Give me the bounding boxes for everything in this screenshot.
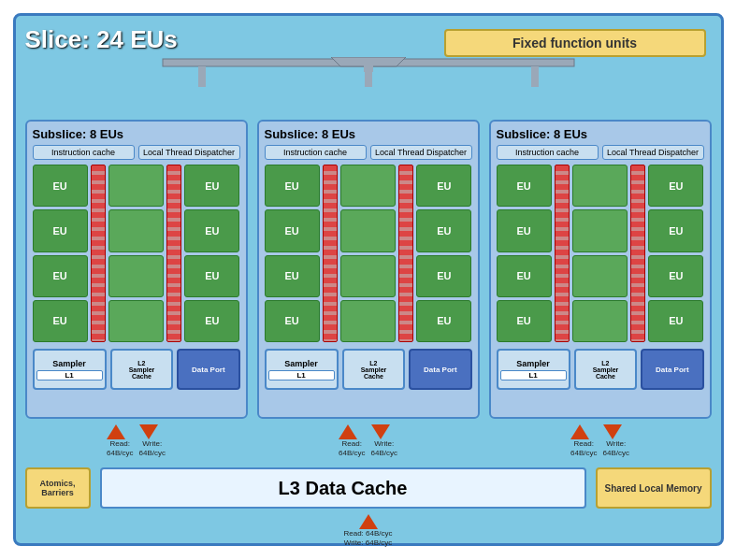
eu-interconnect-right-3 xyxy=(630,165,645,342)
data-port-1: Data Port xyxy=(177,349,239,390)
arrow-group-1: Read: 64B/cyc Write: 64B/cyc xyxy=(25,424,248,459)
arrow-group-2: Read: 64B/cyc Write: 64B/cyc xyxy=(257,424,480,459)
local-thread-3: Local Thread Dispatcher xyxy=(602,145,704,160)
eu-2-9: EU xyxy=(416,165,471,207)
svg-rect-5 xyxy=(364,65,373,72)
eu-2-7 xyxy=(340,255,396,297)
eu-interconnect-right-1 xyxy=(166,165,181,342)
eu-3-8 xyxy=(572,300,628,342)
write-label-3: Write: 64B/cyc xyxy=(603,439,629,459)
eu-3-6 xyxy=(572,209,628,251)
arrow-up-1 xyxy=(107,424,125,439)
subslice-3-bottom: Sampler L1 L2 Sampler Cache Data Port xyxy=(497,347,704,392)
eu-2-2: EU xyxy=(265,209,320,251)
instruction-cache-3: Instruction cache xyxy=(497,145,599,160)
subslice-1-bottom: Sampler L1 L2 Sampler Cache Data Port xyxy=(33,347,240,392)
fixed-function-bar: Fixed function units xyxy=(444,29,706,57)
eu-grid-1: EU EU EU EU EU EU EU EU xyxy=(33,165,240,342)
arrow-down-3 xyxy=(603,424,622,439)
eu-grid-2: EU EU EU EU EU EU EU EU xyxy=(265,165,472,342)
atomics-box: Atomics, Barriers xyxy=(25,467,91,509)
instruction-cache-1: Instruction cache xyxy=(33,145,135,160)
arrow-down-1 xyxy=(139,424,158,439)
eu-2-3: EU xyxy=(265,255,320,297)
arrow-down-2 xyxy=(371,424,390,439)
eu-col-left-2: EU EU EU EU xyxy=(265,165,320,342)
sampler-l1-label-1: L1 xyxy=(36,370,103,381)
top-connector-area xyxy=(88,57,649,91)
eu-3-5 xyxy=(572,165,628,207)
eu-2-10: EU xyxy=(416,209,471,251)
sampler-3: Sampler L1 xyxy=(497,349,570,390)
bottom-read-label: Read: 64B/cyc xyxy=(343,529,392,538)
eu-2-12: EU xyxy=(416,300,471,342)
arrow-down-group-2: Write: 64B/cyc xyxy=(371,424,397,459)
subslice-3-title: Subslice: 8 EUs xyxy=(497,127,704,141)
eu-2-8 xyxy=(340,300,396,342)
sampler-label-1: Sampler xyxy=(36,359,103,368)
arrow-up-3 xyxy=(570,424,589,439)
l2-sampler-3: L2 Sampler Cache xyxy=(574,349,637,390)
subslice-1-title: Subslice: 8 EUs xyxy=(33,127,240,141)
eu-2-11: EU xyxy=(416,255,471,297)
subslice-2-bottom: Sampler L1 L2 Sampler Cache Data Port xyxy=(265,347,472,392)
svg-rect-1 xyxy=(198,66,206,87)
eu-3-2: EU xyxy=(497,209,552,251)
read-label-2: Read: 64B/cyc xyxy=(339,439,365,459)
local-thread-1: Local Thread Dispatcher xyxy=(138,145,240,160)
eu-1-11: EU xyxy=(184,255,239,297)
write-label-1: Write: 64B/cyc xyxy=(139,439,166,459)
local-thread-2: Local Thread Dispatcher xyxy=(370,145,472,160)
subslice-2: Subslice: 8 EUs Instruction cache Local … xyxy=(257,120,480,419)
sampler-l1-label-2: L1 xyxy=(268,370,335,381)
svg-rect-3 xyxy=(531,66,539,87)
eu-interconnect-left-1 xyxy=(91,165,106,342)
eu-interconnect-left-2 xyxy=(323,165,338,342)
sampler-l1-label-3: L1 xyxy=(500,370,567,381)
eu-1-3: EU xyxy=(33,255,88,297)
eu-interconnect-left-3 xyxy=(555,165,570,342)
eu-1-9: EU xyxy=(184,165,239,207)
eu-3-12: EU xyxy=(648,300,703,342)
eu-1-2: EU xyxy=(33,209,88,251)
eu-1-7 xyxy=(108,255,164,297)
eu-1-1: EU xyxy=(33,165,88,207)
eu-3-1: EU xyxy=(497,165,552,207)
sampler-2: Sampler L1 xyxy=(265,349,339,390)
subslice-3-header: Instruction cache Local Thread Dispatche… xyxy=(497,145,704,160)
data-port-2: Data Port xyxy=(409,349,471,390)
subslice-1: Subslice: 8 EUs Instruction cache Local … xyxy=(25,120,248,419)
eu-3-11: EU xyxy=(648,255,703,297)
shared-memory-box: Shared Local Memory xyxy=(596,467,712,509)
eu-grid-3: EU EU EU EU EU EU EU EU xyxy=(497,165,704,342)
subslice-1-header: Instruction cache Local Thread Dispatche… xyxy=(33,145,240,160)
eu-col-right-1: EU EU EU EU xyxy=(184,165,239,342)
eu-1-8 xyxy=(108,300,164,342)
eu-1-6 xyxy=(108,209,164,251)
arrow-up-group-2: Read: 64B/cyc xyxy=(339,424,365,459)
eu-col-left-3: EU EU EU EU xyxy=(497,165,552,342)
arrow-group-3: Read: 64B/cyc Write: 64B/cyc xyxy=(489,424,712,459)
eu-2-1: EU xyxy=(265,165,320,207)
arrow-up-2 xyxy=(339,424,357,439)
eu-1-4: EU xyxy=(33,300,88,342)
subslices-row: Subslice: 8 EUs Instruction cache Local … xyxy=(25,120,712,419)
eu-3-10: EU xyxy=(648,209,703,251)
eu-3-4: EU xyxy=(497,300,552,342)
bottom-write-label: Write: 64B/cyc xyxy=(343,538,392,548)
connector-svg xyxy=(88,57,649,91)
sampler-label-2: Sampler xyxy=(268,359,335,368)
write-label-2: Write: 64B/cyc xyxy=(371,439,397,459)
l2-label-2: L2 Sampler Cache xyxy=(346,360,401,380)
eu-3-3: EU xyxy=(497,255,552,297)
l3-cache-box: L3 Data Cache xyxy=(100,467,586,509)
read-label-1: Read: 64B/cyc xyxy=(107,439,133,459)
eu-col-middle-2 xyxy=(340,165,396,342)
eu-col-right-3: EU EU EU EU xyxy=(648,165,703,342)
l2-label-1: L2 Sampler Cache xyxy=(114,360,169,380)
arrow-down-group-1: Write: 64B/cyc xyxy=(139,424,166,459)
arrows-row: Read: 64B/cyc Write: 64B/cyc Read: 64B/c… xyxy=(25,421,712,462)
eu-3-7 xyxy=(572,255,628,297)
eu-2-4: EU xyxy=(265,300,320,342)
eu-col-right-2: EU EU EU EU xyxy=(416,165,471,342)
